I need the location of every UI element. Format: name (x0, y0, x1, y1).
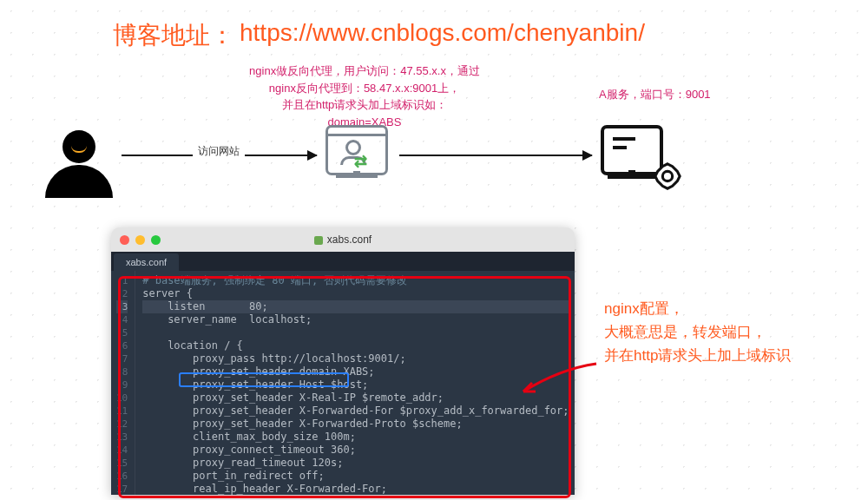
blog-url: https://www.cnblogs.com/chenyanbin/ (240, 19, 645, 52)
service-description: A服务，端口号：9001 (599, 87, 711, 102)
config-annotation: nginx配置， 大概意思是，转发端口， 并在http请求头上加上域标识 (604, 297, 791, 368)
user-body (45, 165, 113, 198)
annotation-arrow (516, 362, 599, 397)
editor-tabbar: xabs.conf (111, 252, 575, 271)
editor-tab[interactable]: xabs.conf (114, 253, 179, 271)
user-head (62, 130, 95, 163)
line-gutter: 123456789101112131415161718 (111, 271, 135, 495)
window-filename: xabs.conf (111, 234, 575, 246)
blog-title: 博客地址： https://www.cnblogs.com/chenyanbin… (113, 19, 645, 52)
arrow-nginx-to-service (399, 155, 592, 156)
swap-icon: ⇄ (354, 152, 367, 171)
code-lines: # base端服务, 强制绑定 80 端口, 否则代码需要修改server { … (135, 271, 575, 495)
window-titlebar: xabs.conf (111, 227, 575, 252)
window-close-icon[interactable] (120, 235, 129, 245)
nginx-proxy-icon: ⇄ (326, 125, 388, 175)
nginx-description: nginx做反向代理，用户访问：47.55.x.x，通过 nginx反向代理到：… (226, 62, 503, 130)
svg-point-1 (662, 171, 672, 181)
arrow1-label: 访问网站 (193, 144, 245, 159)
window-zoom-icon[interactable] (151, 235, 161, 245)
code-editor-window: xabs.conf xabs.conf 12345678910111213141… (111, 227, 575, 495)
blog-label: 博客地址： (113, 19, 234, 52)
code-area[interactable]: 123456789101112131415161718 # base端服务, 强… (111, 271, 575, 495)
arrow-user-to-nginx: 访问网站 (122, 155, 317, 156)
gear-icon (653, 161, 682, 191)
user-icon (45, 130, 113, 198)
window-minimize-icon[interactable] (135, 235, 145, 245)
